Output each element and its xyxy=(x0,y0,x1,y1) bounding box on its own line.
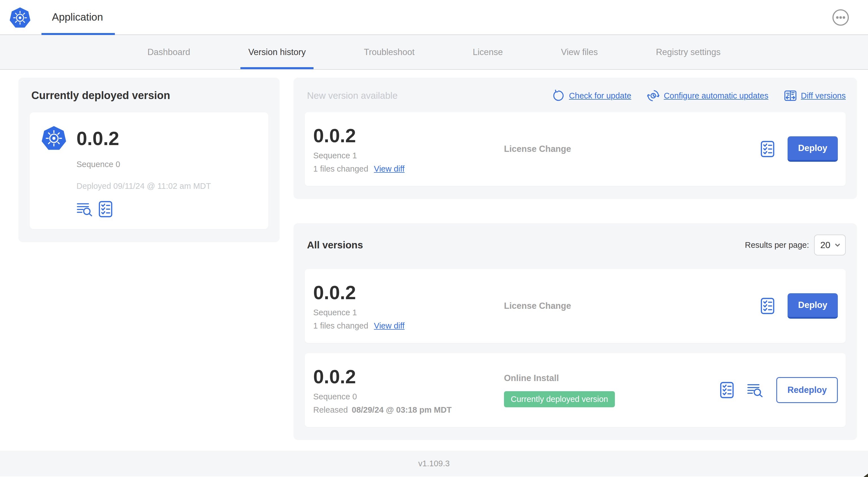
version-sequence: Sequence 1 xyxy=(313,308,504,317)
view-diff-link[interactable]: View diff xyxy=(374,321,405,330)
diff-icon xyxy=(784,89,797,102)
deploy-button[interactable]: Deploy xyxy=(787,136,838,162)
version-sequence: Sequence 1 xyxy=(313,151,504,160)
preflight-checks-button[interactable] xyxy=(720,382,734,398)
tab-view-files[interactable]: View files xyxy=(553,35,606,69)
configure-automatic-updates-link[interactable]: Configure automatic updates xyxy=(647,89,768,102)
deployed-timestamp: Deployed 09/11/24 @ 11:02 am MDT xyxy=(76,181,257,191)
all-versions-title: All versions xyxy=(307,239,363,251)
logs-icon xyxy=(747,383,763,397)
deployed-sequence: Sequence 0 xyxy=(76,160,257,169)
checklist-icon xyxy=(720,382,734,398)
scheduled-update-icon xyxy=(647,89,659,102)
currently-deployed-panel: Currently deployed version 0.0.2 Sequenc… xyxy=(18,78,280,242)
kubernetes-logo-icon xyxy=(9,7,31,29)
version-source-label: License Change xyxy=(504,144,761,154)
view-logs-button[interactable] xyxy=(747,383,763,397)
refresh-icon xyxy=(552,89,565,102)
ellipsis-icon xyxy=(832,9,849,26)
app-title: Application xyxy=(52,0,103,34)
kubernetes-app-icon xyxy=(41,125,67,151)
deploy-button[interactable]: Deploy xyxy=(787,293,838,319)
tab-version-history[interactable]: Version history xyxy=(241,35,313,69)
logs-icon xyxy=(76,202,93,216)
currently-deployed-title: Currently deployed version xyxy=(31,89,268,101)
new-version-card: 0.0.2 Sequence 1 1 files changed View di… xyxy=(305,112,846,186)
checklist-icon xyxy=(98,201,113,217)
version-number: 0.0.2 xyxy=(313,124,504,147)
version-number: 0.0.2 xyxy=(313,365,504,388)
version-sequence: Sequence 0 xyxy=(313,392,504,401)
new-version-panel: New version available Check for update C… xyxy=(293,78,857,199)
preflight-checks-button[interactable] xyxy=(98,201,113,217)
new-version-title: New version available xyxy=(307,90,398,101)
version-row-sequence-1: 0.0.2 Sequence 1 1 files changed View di… xyxy=(305,269,846,343)
checklist-icon xyxy=(761,298,775,314)
tab-registry-settings[interactable]: Registry settings xyxy=(648,35,728,69)
results-per-page-select[interactable]: 20 xyxy=(814,235,846,256)
overflow-menu-button[interactable] xyxy=(832,9,849,26)
deployed-version-number: 0.0.2 xyxy=(76,127,119,149)
version-row-sequence-0: 0.0.2 Sequence 0 Released 08/29/24 @ 03:… xyxy=(305,353,846,427)
version-source-label: License Change xyxy=(504,301,761,311)
version-number: 0.0.2 xyxy=(313,281,504,303)
results-per-page-label: Results per page: xyxy=(745,240,809,250)
cursor-artifact xyxy=(864,474,868,477)
tab-dashboard[interactable]: Dashboard xyxy=(140,35,198,69)
released-timestamp: Released 08/29/24 @ 03:18 pm MDT xyxy=(313,405,504,415)
app-header: Application xyxy=(0,0,868,35)
redeploy-button[interactable]: Redeploy xyxy=(776,377,838,403)
chevron-down-icon xyxy=(834,241,841,249)
view-diff-link[interactable]: View diff xyxy=(374,164,405,174)
files-changed-label: 1 files changed xyxy=(313,321,368,330)
deployed-version-card: 0.0.2 Sequence 0 Deployed 09/11/24 @ 11:… xyxy=(30,112,268,229)
app-title-active-underline xyxy=(41,33,115,35)
preflight-checks-button[interactable] xyxy=(761,298,775,314)
check-for-update-link[interactable]: Check for update xyxy=(552,89,631,102)
console-version-label: v1.109.3 xyxy=(418,459,450,468)
all-versions-panel: All versions Results per page: 20 0.0.2 … xyxy=(293,223,857,440)
checklist-icon xyxy=(761,141,775,157)
main-content: Currently deployed version 0.0.2 Sequenc… xyxy=(0,70,868,451)
files-changed-label: 1 files changed xyxy=(313,164,368,174)
app-footer: v1.109.3 xyxy=(0,451,868,476)
view-logs-button[interactable] xyxy=(76,202,93,216)
diff-versions-link[interactable]: Diff versions xyxy=(784,89,846,102)
tab-troubleshoot[interactable]: Troubleshoot xyxy=(356,35,423,69)
app-nav: Dashboard Version history Troubleshoot L… xyxy=(0,35,868,70)
preflight-checks-button[interactable] xyxy=(761,141,775,157)
tab-license[interactable]: License xyxy=(465,35,511,69)
version-source-label: Online Install xyxy=(504,373,720,383)
currently-deployed-badge: Currently deployed version xyxy=(504,391,615,407)
